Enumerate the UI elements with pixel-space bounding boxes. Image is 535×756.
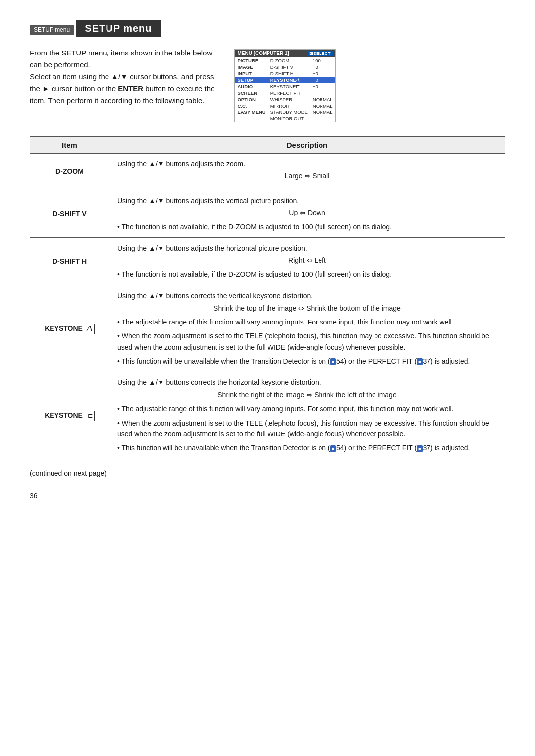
col-header-description: Description [109,137,505,154]
desc-keystone-h: Using the ▲/▼ buttons corrects the horiz… [109,372,505,459]
desc-keystone-v: Using the ▲/▼ buttons corrects the verti… [109,285,505,372]
desc-main: Using the ▲/▼ buttons adjusts the zoom. [117,159,497,169]
menu-row: INPUT D-SHIFT H +0 [235,70,335,77]
intro-line3: Select an item using the ▲/▼ cursor butt… [30,72,214,81]
desc-arrow: Large ⇔ Small [117,170,497,181]
desc-arrow: Right ⇔ Left [117,255,497,266]
desc-arrow: Up ⇔ Down [117,207,497,218]
menu-category: PICTURE [235,57,268,64]
menu-screenshot-header: MENU [COMPUTER 1] ⊠SELECT [235,50,335,57]
section-title: SETUP menu [76,20,160,37]
desc-main: Using the ▲/▼ buttons adjusts the vertic… [117,195,497,206]
keystone-h-icon: ⊏ [86,411,95,421]
menu-row-highlighted: SETUP KEYSTONE∕∖ +0 [235,77,335,83]
breadcrumb: SETUP menu [30,25,74,35]
menu-item: PERFECT FIT [268,90,310,96]
desc-bullet-3: • This function will be unavailable when… [117,356,497,367]
menu-value: NORMAL [310,96,335,103]
table-row: KEYSTONE ⊏ Using the ▲/▼ buttons correct… [30,372,505,459]
menu-row: EASY MENU STANDBY MODE NORMAL [235,109,335,115]
menu-category: INPUT [235,70,268,77]
menu-item: MONITOR OUT [268,115,310,122]
desc-dzoom: Using the ▲/▼ buttons adjusts the zoom. … [109,154,505,190]
ref-icon-54: ■ [330,358,336,365]
intro-line1: From the SETUP menu, items shown in the … [30,49,212,57]
menu-item: MIRROR [268,103,310,109]
menu-category: OPTION [235,96,268,103]
ref-icon-54b: ■ [330,445,336,452]
menu-category: C.C. [235,103,268,109]
item-dshiftv: D-SHIFT V [30,190,109,237]
menu-row: MONITOR OUT [235,115,335,122]
menu-value: NORMAL [310,109,335,115]
desc-bullet-2: • When the zoom adjustment is set to the… [117,330,497,353]
item-dzoom: D-ZOOM [30,154,109,190]
desc-bullet-3: • This function will be unavailable when… [117,442,497,453]
desc-bullet: • The function is not available, if the … [117,269,497,280]
menu-header-left: MENU [COMPUTER 1] [237,51,289,56]
menu-value [310,90,335,96]
desc-bullet-1: • The adjustable range of this function … [117,403,497,414]
menu-row: OPTION WHISPER NORMAL [235,96,335,103]
menu-item: D-ZOOM [268,57,310,64]
table-row: D-ZOOM Using the ▲/▼ buttons adjusts the… [30,154,505,190]
desc-main: Using the ▲/▼ buttons corrects the verti… [117,290,497,301]
table-row: D-SHIFT H Using the ▲/▼ buttons adjusts … [30,237,505,285]
ref-icon-37: ■ [417,358,422,365]
intro-line4-pre: the ► cursor button or the [30,84,118,93]
menu-header-right: ⊠SELECT [307,51,333,56]
desc-main: Using the ▲/▼ buttons corrects the horiz… [117,377,497,388]
menu-value: NORMAL [310,103,335,109]
ref-icon-37b: ■ [417,445,422,452]
menu-category: AUDIO [235,83,268,90]
desc-arrow: Shrink the right of the image ⇔ Shrink t… [117,389,497,400]
menu-item: STANDBY MODE [268,109,310,115]
menu-item: D-SHIFT V [268,64,310,70]
table-header-row: Item Description [30,137,505,154]
menu-row: IMAGE D-SHIFT V +0 [235,64,335,70]
menu-item: KEYSTONE⊏ [268,83,310,90]
menu-category: IMAGE [235,64,268,70]
menu-item: KEYSTONE∕∖ [268,77,310,83]
table-row: KEYSTONE ∕∖ Using the ▲/▼ buttons correc… [30,285,505,372]
intro-enter-bold: ENTER [118,84,143,93]
menu-row: SCREEN PERFECT FIT [235,90,335,96]
table-row: D-SHIFT V Using the ▲/▼ buttons adjusts … [30,190,505,237]
menu-value [310,115,335,122]
menu-category [235,115,268,122]
desc-dshiftv: Using the ▲/▼ buttons adjusts the vertic… [109,190,505,237]
menu-row: PICTURE D-ZOOM 100 [235,57,335,64]
item-keystone-h: KEYSTONE ⊏ [30,372,109,459]
menu-value: 100 [310,57,335,64]
menu-category: SETUP [235,77,268,83]
intro-section: From the SETUP menu, items shown in the … [30,47,505,122]
desc-bullet-2: • When the zoom adjustment is set to the… [117,418,497,440]
intro-line2: can be performed. [30,60,90,69]
desc-bullet-1: • The adjustable range of this function … [117,317,497,327]
menu-item: D-SHIFT H [268,70,310,77]
keystone-v-icon: ∕∖ [86,324,95,334]
item-keystone-v: KEYSTONE ∕∖ [30,285,109,372]
menu-row: C.C. MIRROR NORMAL [235,103,335,109]
menu-screenshot-table: PICTURE D-ZOOM 100 IMAGE D-SHIFT V +0 IN… [235,57,335,122]
desc-arrow: Shrink the top of the image ⇔ Shrink the… [117,303,497,314]
menu-value: +0 [310,83,335,90]
menu-value: +0 [310,77,335,83]
setup-table: Item Description D-ZOOM Using the ▲/▼ bu… [30,136,505,459]
menu-item: WHISPER [268,96,310,103]
intro-line5: item. Then perform it according to the f… [30,96,204,105]
desc-main: Using the ▲/▼ buttons adjusts the horizo… [117,243,497,254]
menu-row: AUDIO KEYSTONE⊏ +0 [235,83,335,90]
desc-dshifth: Using the ▲/▼ buttons adjusts the horizo… [109,237,505,285]
intro-text: From the SETUP menu, items shown in the … [30,47,214,107]
menu-screenshot: MENU [COMPUTER 1] ⊠SELECT PICTURE D-ZOOM… [234,49,335,122]
item-dshifth: D-SHIFT H [30,237,109,285]
col-header-item: Item [30,137,109,154]
page-number: 36 [30,492,505,500]
desc-bullet: • The function is not available, if the … [117,221,497,232]
menu-value: +0 [310,70,335,77]
continued-text: (continued on next page) [30,469,505,477]
menu-value: +0 [310,64,335,70]
menu-category: SCREEN [235,90,268,96]
menu-category: EASY MENU [235,109,268,115]
